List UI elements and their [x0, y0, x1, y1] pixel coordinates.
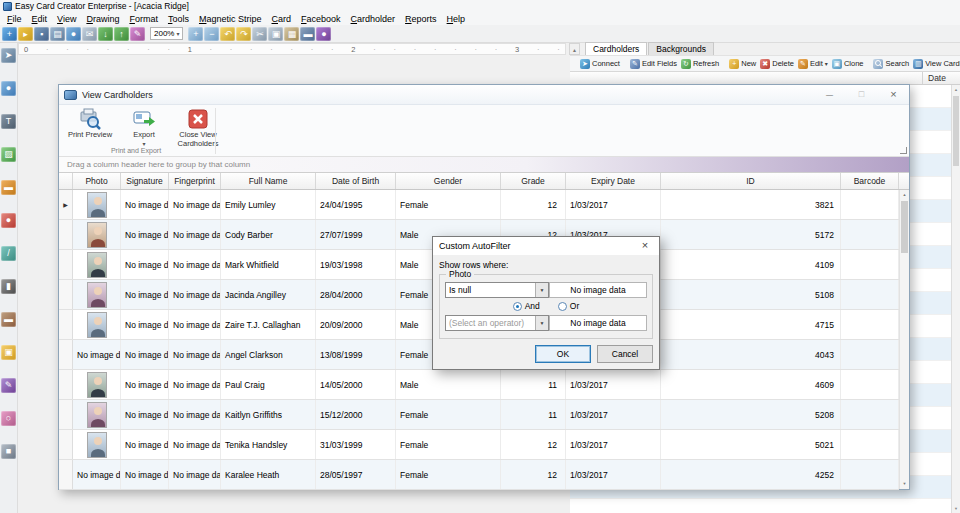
row-selector[interactable] [59, 310, 73, 339]
print-preview-icon[interactable]: ● [66, 27, 81, 41]
save-card-icon[interactable]: ▪ [34, 27, 49, 41]
dob-cell[interactable]: 13/08/1999 [316, 340, 396, 369]
dob-cell[interactable]: 19/03/1998 [316, 250, 396, 279]
id-cell[interactable]: 5172 [661, 220, 841, 249]
zoom-tool-icon[interactable]: ● [1, 81, 16, 96]
text-tool-icon[interactable]: T [1, 114, 16, 129]
panel-scrollbar[interactable] [951, 85, 960, 513]
photo-cell[interactable] [73, 190, 121, 219]
column-header-expiry-date[interactable]: Expiry Date [566, 173, 661, 189]
fingerprint-cell[interactable]: No image data [169, 460, 221, 489]
id-cell[interactable]: 4252 [661, 460, 841, 489]
value2-input[interactable]: No image data [549, 315, 647, 331]
scroll-up-button[interactable] [569, 43, 580, 55]
menu-facebook[interactable]: Facebook [296, 13, 346, 25]
column-header-barcode[interactable]: Barcode [841, 173, 899, 189]
row-selector[interactable] [59, 430, 73, 459]
dob-cell[interactable]: 14/05/2000 [316, 370, 396, 399]
grade-cell[interactable]: 12 [501, 190, 566, 219]
menu-card[interactable]: Card [267, 13, 297, 25]
barcode-cell[interactable] [841, 220, 899, 249]
gender-cell[interactable]: Female [396, 460, 501, 489]
connect-button[interactable]: ➤Connect [579, 59, 621, 69]
zoom-in-icon[interactable]: + [188, 27, 203, 41]
row-selector[interactable] [59, 400, 73, 429]
id-cell[interactable]: 5108 [661, 280, 841, 309]
grade-cell[interactable]: 11 [501, 370, 566, 399]
barcode-cell[interactable] [841, 340, 899, 369]
scroll-down-icon[interactable] [952, 504, 960, 513]
barcode-cell[interactable] [841, 280, 899, 309]
group-launcher-icon[interactable] [900, 147, 907, 154]
column-header-id[interactable]: ID [661, 173, 841, 189]
barcode-cell[interactable] [841, 370, 899, 399]
dob-cell[interactable]: 20/09/2000 [316, 310, 396, 339]
scroll-up-icon[interactable] [952, 85, 960, 94]
menu-file[interactable]: File [2, 13, 27, 25]
scrollbar-thumb[interactable] [901, 201, 908, 253]
column-header-grade[interactable]: Grade [501, 173, 566, 189]
column-header-full-name[interactable]: Full Name [221, 173, 316, 189]
fingerprint-cell[interactable]: No image data [169, 340, 221, 369]
row-selector[interactable] [59, 370, 73, 399]
lock-tool-icon[interactable]: ■ [1, 444, 16, 459]
delete-button[interactable]: ✖Delete [759, 59, 795, 69]
expiry-cell[interactable]: 1/03/2017 [566, 370, 661, 399]
zoom-select[interactable]: 200% [150, 27, 183, 40]
and-radio[interactable]: And [513, 301, 540, 311]
column-header-signature[interactable]: Signature [121, 173, 169, 189]
dialog-titlebar[interactable]: Custom AutoFilter [433, 237, 659, 255]
fingerprint-cell[interactable]: No image data [169, 370, 221, 399]
photo-cell[interactable] [73, 400, 121, 429]
paste-icon[interactable]: ▦ [284, 27, 299, 41]
grade-cell[interactable]: 11 [501, 400, 566, 429]
export-data-icon[interactable]: ↑ [114, 27, 129, 41]
expiry-cell[interactable]: 1/03/2017 [566, 430, 661, 459]
full-name-cell[interactable]: Jacinda Angilley [221, 280, 316, 309]
photo-cell[interactable] [73, 220, 121, 249]
signature-cell[interactable]: No image data [121, 310, 169, 339]
id-cell[interactable]: 4043 [661, 340, 841, 369]
operator1-dropdown[interactable]: Is null [445, 282, 549, 298]
scroll-down-icon[interactable] [900, 479, 909, 489]
rectangle-tool-icon[interactable]: ▬ [1, 180, 16, 195]
row-selector[interactable] [59, 190, 73, 219]
minimize-button[interactable] [816, 86, 843, 103]
import-data-icon[interactable]: ↓ [98, 27, 113, 41]
gender-cell[interactable]: Female [396, 430, 501, 459]
email-card-icon[interactable]: ✉ [82, 27, 97, 41]
dropdown-arrow-icon[interactable] [535, 283, 548, 297]
dob-cell[interactable]: 31/03/1999 [316, 430, 396, 459]
photo-cell[interactable] [73, 280, 121, 309]
open-card-icon[interactable]: ▸ [18, 27, 33, 41]
scrollbar-thumb[interactable] [953, 96, 959, 166]
row-selector[interactable] [59, 250, 73, 279]
id-cell[interactable]: 4715 [661, 310, 841, 339]
cut-icon[interactable]: ✂ [252, 27, 267, 41]
expiry-cell[interactable]: 1/03/2017 [566, 400, 661, 429]
id-cell[interactable]: 3821 [661, 190, 841, 219]
select-pointer-icon[interactable]: ➤ [1, 48, 16, 63]
cancel-button[interactable]: Cancel [597, 345, 653, 363]
menu-help[interactable]: Help [442, 13, 471, 25]
gender-cell[interactable]: Female [396, 190, 501, 219]
gender-cell[interactable]: Male [396, 370, 501, 399]
barcode-cell[interactable] [841, 460, 899, 489]
row-selector[interactable] [59, 280, 73, 309]
full-name-cell[interactable]: Kaitlyn Griffiths [221, 400, 316, 429]
full-name-cell[interactable]: Angel Clarkson [221, 340, 316, 369]
fingerprint-cell[interactable]: No image data [169, 190, 221, 219]
barcode-cell[interactable] [841, 190, 899, 219]
row-selector[interactable] [59, 340, 73, 369]
menu-edit[interactable]: Edit [27, 13, 53, 25]
new-button[interactable]: +New [728, 59, 757, 69]
full-name-cell[interactable]: Karalee Heath [221, 460, 316, 489]
copy-icon[interactable]: ▣ [268, 27, 283, 41]
expiry-cell[interactable]: 1/03/2017 [566, 460, 661, 489]
column-header-date-of-birth[interactable]: Date of Birth [316, 173, 396, 189]
barcode-cell[interactable] [841, 310, 899, 339]
signature-cell[interactable]: No image data [121, 190, 169, 219]
new-card-icon[interactable]: + [2, 27, 17, 41]
signature-tool-icon[interactable]: ✎ [1, 378, 16, 393]
redo-icon[interactable]: ↷ [236, 27, 251, 41]
